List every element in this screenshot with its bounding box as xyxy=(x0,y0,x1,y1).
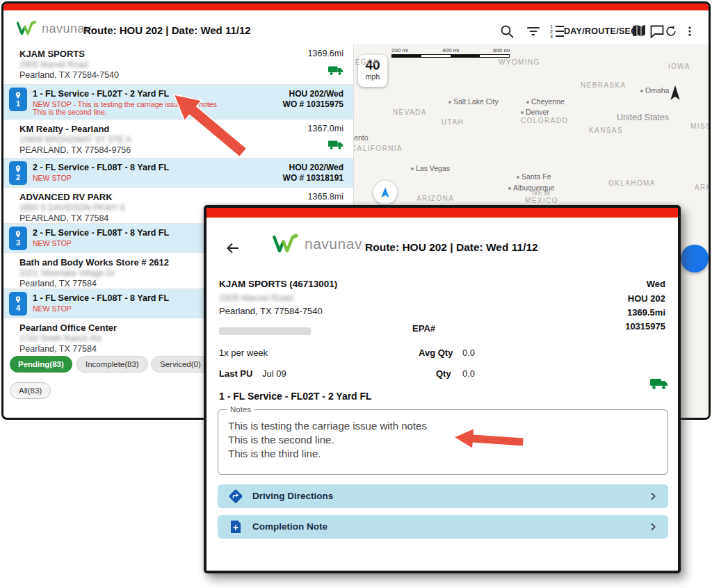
pin-icon xyxy=(14,91,22,99)
sequence-badge: 2 xyxy=(9,161,27,185)
avg-qty-label: Avg Qty xyxy=(419,348,453,358)
pin-icon xyxy=(14,230,22,238)
map-icon[interactable] xyxy=(631,22,647,39)
stop-distance: 1367.0mi xyxy=(308,124,343,133)
country-label: United States xyxy=(617,113,669,122)
detail-order-number: 10315975 xyxy=(625,321,665,332)
stop-city: PEARLAND, TX 77584 xyxy=(19,213,108,223)
notes-line-1: This is testing the carriage issue with … xyxy=(228,420,427,432)
truck-icon xyxy=(328,65,343,76)
state-label: ARKANSAS xyxy=(695,183,709,191)
city-label: Albuquerque xyxy=(508,183,555,192)
stop-name: Pearland Office Center xyxy=(19,322,117,333)
service-row-2[interactable]: 2 2 - FL Service - FL08T - 8 Yard FL NEW… xyxy=(3,158,353,188)
app-header: navunav Route: HOU 202 | Date: Wed 11/12… xyxy=(3,10,709,44)
state-label: WYOMING xyxy=(499,58,540,66)
service-route: HOU 202/Wed xyxy=(289,89,343,99)
search-icon[interactable] xyxy=(499,23,515,40)
city-label: Omaha xyxy=(640,86,669,95)
svg-text:2: 2 xyxy=(550,29,553,34)
map-fab-button[interactable] xyxy=(681,245,709,272)
kebab-menu-icon[interactable] xyxy=(683,24,696,39)
stop-name: KM Realty - Pearland xyxy=(19,124,109,134)
stop-name: Bath and Body Works Store # 2612 xyxy=(19,257,169,268)
completion-note-label: Completion Note xyxy=(252,521,327,532)
notes-line-2: This is the second line. xyxy=(228,434,334,446)
city-label: Salt Lake City xyxy=(448,97,499,106)
city-label: Santa Fe xyxy=(517,172,551,181)
detail-day: Wed xyxy=(647,279,665,289)
filter-chip-all[interactable]: All(83) xyxy=(10,382,51,399)
stop-address: 10809 BROADWAY ST STE A xyxy=(19,135,131,145)
service-row-1[interactable]: 1 1 - FL Service - FL02T - 2 Yard FL NEW… xyxy=(3,85,353,120)
sequence-number: 2 xyxy=(16,173,20,181)
state-label: MISSOURI xyxy=(690,122,709,130)
speed-unit: mph xyxy=(358,72,387,81)
numbered-list-icon[interactable]: 123 xyxy=(549,23,565,40)
state-label: UTAH xyxy=(442,118,464,126)
service-title: 2 - FL Service - FL08T - 8 Yard FL xyxy=(33,163,169,172)
stop-address: 2905 Marvel Road xyxy=(19,60,88,70)
last-pu-label: Last PU xyxy=(219,368,252,379)
city-label: Sacramento xyxy=(354,133,369,142)
service-title: 1 - FL Service - FL02T - 2 Yard FL xyxy=(33,89,169,99)
service-frequency: 1x per week xyxy=(219,348,268,358)
compass-icon[interactable] xyxy=(668,85,682,101)
detail-route: HOU 202 xyxy=(628,293,665,304)
filter-icon[interactable] xyxy=(525,23,542,40)
filter-chip-serviced[interactable]: Serviced(0) xyxy=(151,356,210,373)
stop-city: Pearland, TX 77584-7540 xyxy=(19,70,119,80)
driving-directions-button[interactable]: Driving Directions xyxy=(218,484,668,508)
qty-value: 0.0 xyxy=(462,368,475,379)
brand-logo: navunav xyxy=(272,231,362,256)
truck-icon xyxy=(328,140,343,150)
state-label: KANSAS xyxy=(589,126,623,134)
epa-label: EPA# xyxy=(412,323,435,334)
detail-distance: 1369.5mi xyxy=(627,307,665,318)
current-location-icon[interactable] xyxy=(373,181,397,204)
stop-row-km-realty[interactable]: KM Realty - Pearland 10809 BROADWAY ST S… xyxy=(3,120,353,158)
customer-address: 2905 Marvel Road xyxy=(219,293,293,303)
note-add-icon xyxy=(227,518,244,535)
brand-logo: navunav xyxy=(16,19,92,38)
city-label: Denver xyxy=(521,108,549,116)
chat-icon[interactable] xyxy=(649,23,665,40)
map-scale-bar: 200 mi 400 mi 600 mi xyxy=(391,47,510,58)
service-title: 1 - FL Service - FL02T - 2 Yard FL xyxy=(219,391,372,402)
state-label: IOWA xyxy=(668,63,690,70)
work-order-number: WO # 10318191 xyxy=(283,173,343,183)
sequence-badge: 4 xyxy=(9,292,27,316)
stop-city: Pearland, TX 77584 xyxy=(19,279,97,288)
pin-icon xyxy=(14,165,22,173)
truck-icon xyxy=(650,377,668,390)
filter-chip-pending[interactable]: Pending(83) xyxy=(10,356,72,373)
back-icon[interactable] xyxy=(225,240,241,256)
stop-city: Pearland, TX 77584 xyxy=(19,344,97,354)
service-note: NEW STOP xyxy=(33,174,72,182)
service-title: 1 - FL Service - FL08T - 8 Yard FL xyxy=(33,293,169,303)
filter-chip-incomplete[interactable]: Incomplete(83) xyxy=(76,356,148,373)
city-label: Las Vegas xyxy=(411,164,450,172)
last-pu-value: Jul 09 xyxy=(262,368,286,379)
stop-distance: 1365.8mi xyxy=(308,192,343,202)
customer-name: KJAM SPORTS (46713001) xyxy=(219,279,337,289)
scale-label: 200 mi xyxy=(391,47,408,54)
stop-city: PEARLAND, TX 77584-9756 xyxy=(19,145,131,155)
state-label: OKLAHOMA xyxy=(608,179,656,187)
sequence-number: 1 xyxy=(16,99,20,108)
state-label: ARIZONA xyxy=(416,195,454,202)
stop-row-kjam-sports[interactable]: KJAM SPORTS 2905 Marvel Road Pearland, T… xyxy=(3,44,353,85)
day-route-seq-toggle[interactable]: DAY/ROUTE/SEQ xyxy=(564,26,638,36)
state-label: NEVADA xyxy=(393,108,427,116)
state-label: COLORADO xyxy=(521,117,568,124)
screenshot-root: navunav Route: HOU 202 | Date: Wed 11/12… xyxy=(0,0,712,588)
navunav-leaf-icon xyxy=(16,19,40,38)
sequence-badge: 3 xyxy=(9,227,27,250)
qty-label: Qty xyxy=(436,368,451,379)
top-red-bar xyxy=(3,3,709,10)
pin-icon xyxy=(14,295,22,304)
refresh-icon[interactable] xyxy=(664,24,678,38)
stop-address: 3101 Silverlake Village Dr xyxy=(19,268,115,278)
stop-name: KJAM SPORTS xyxy=(19,49,85,59)
completion-note-button[interactable]: Completion Note xyxy=(218,515,668,539)
